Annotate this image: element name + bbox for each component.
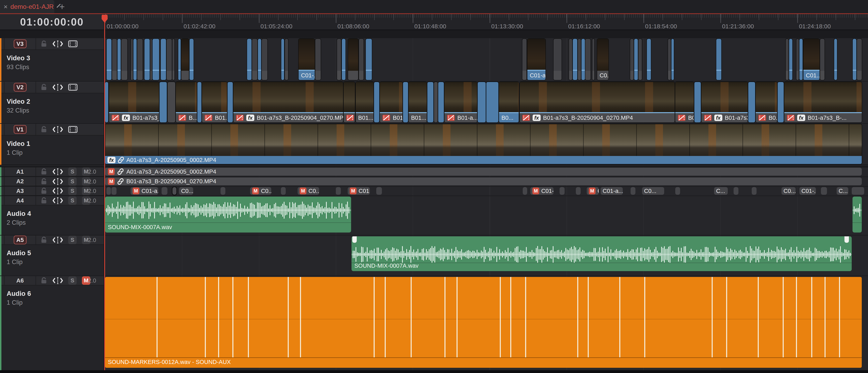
- timeline-clip-a3[interactable]: [630, 187, 636, 195]
- timeline-clip-v3[interactable]: [150, 39, 152, 80]
- timeline-clip-a6[interactable]: SOUND-MARKERS-0012A.wav - SOUND-AUX: [105, 277, 862, 368]
- timeline-clip-a3[interactable]: [560, 187, 565, 195]
- track-destination-button[interactable]: V3: [14, 39, 27, 48]
- lock-icon[interactable]: [40, 236, 47, 244]
- timeline-clip-v2[interactable]: B01-a...: [380, 82, 402, 123]
- timeline-clip-v3[interactable]: [262, 39, 268, 80]
- timeline-clip-v2[interactable]: [167, 82, 175, 123]
- solo-button[interactable]: S: [68, 177, 77, 186]
- timeline-clip-v3[interactable]: [145, 39, 150, 80]
- timeline-clip-v2[interactable]: [105, 82, 108, 123]
- track-name[interactable]: Audio 4: [7, 210, 31, 217]
- timeline-ruler[interactable]: 01:00:00:0001:02:42:0001:05:24:0001:08:0…: [104, 14, 868, 30]
- timeline-clip-v3[interactable]: [252, 39, 257, 80]
- timeline-clip-v2[interactable]: [197, 82, 202, 123]
- track-lane-v1[interactable]: fxA01-a7s3_A-20250905_0002.MP4: [104, 124, 868, 165]
- timeline-clip-a3[interactable]: C01-...: [799, 187, 816, 195]
- timeline-clip-v2[interactable]: [694, 82, 701, 123]
- track-label[interactable]: A6: [16, 277, 24, 284]
- timeline-clip-a4[interactable]: [852, 197, 862, 233]
- track-header-a2[interactable]: A2SM2.0: [0, 177, 104, 186]
- track-label[interactable]: A1: [16, 168, 24, 175]
- auto-select-icon[interactable]: [53, 187, 63, 195]
- auto-select-icon[interactable]: [53, 40, 63, 48]
- timeline-clip-a3[interactable]: C...: [837, 187, 848, 195]
- timeline-clip-v3[interactable]: [634, 39, 638, 80]
- filmstrip-icon[interactable]: [68, 40, 78, 47]
- timeline-clip-v2[interactable]: [374, 82, 379, 123]
- track-name[interactable]: Video 2: [7, 98, 30, 105]
- timeline-clip-v3[interactable]: [522, 39, 527, 80]
- lock-icon[interactable]: [40, 40, 47, 47]
- auto-select-icon[interactable]: [53, 236, 63, 244]
- timeline-clip-v3[interactable]: C0...: [597, 39, 609, 80]
- timeline-clip-v3[interactable]: [281, 39, 284, 80]
- track-lane-a3[interactable]: MC01-a...C0...MC0...MC0...MC01...MC01-..…: [104, 187, 868, 196]
- timeline-clip-v3[interactable]: C01-a...: [527, 39, 546, 80]
- timeline-clip-a3[interactable]: [821, 187, 827, 195]
- timeline-clip-a4[interactable]: SOUND-MIX-0007A.wav: [105, 197, 351, 233]
- track-name[interactable]: Audio 5: [7, 249, 31, 257]
- timeline-clip-v3[interactable]: [668, 39, 671, 80]
- timeline-tab-title[interactable]: demo-e01-AJR: [10, 3, 54, 10]
- timeline-clip-v3[interactable]: [569, 39, 572, 80]
- timeline-clip-a3[interactable]: [376, 187, 382, 195]
- timeline-clip-v3[interactable]: [573, 39, 577, 80]
- track-name[interactable]: Video 3: [7, 54, 30, 62]
- timeline-clip-v3[interactable]: [820, 39, 825, 80]
- track-label[interactable]: A3: [16, 188, 24, 194]
- timeline-clip-v2[interactable]: B01...: [202, 82, 227, 123]
- timeline-clip-v3[interactable]: [247, 39, 251, 80]
- timeline-clip-v2[interactable]: fxB01-a7s3_B-...: [784, 82, 862, 123]
- timeline-clip-a3[interactable]: [752, 187, 756, 195]
- auto-select-icon[interactable]: [53, 276, 63, 284]
- timeline-clip-v3[interactable]: [630, 39, 633, 80]
- track-header-a3[interactable]: A3SM2.0: [0, 187, 104, 196]
- track-header-a6[interactable]: A6SM2.0Audio 61 Clip: [0, 276, 104, 370]
- timeline-clip-v2[interactable]: [403, 82, 408, 123]
- timeline-clip-a3[interactable]: [281, 187, 286, 195]
- timeline-clip-v2[interactable]: fxB01-a7s3...: [702, 82, 748, 123]
- track-header-v1[interactable]: V1Video 11 Clip: [0, 124, 104, 165]
- timeline-clip-v1[interactable]: fxA01-a7s3_A-20250905_0002.MP4: [105, 124, 862, 164]
- timeline-clip-v2[interactable]: [778, 82, 784, 123]
- timeline-clip-v3[interactable]: [789, 39, 792, 80]
- track-destination-button[interactable]: A5: [14, 236, 27, 244]
- track-header-v3[interactable]: V3Video 393 Clips: [0, 38, 104, 81]
- timeline-clip-a3[interactable]: [173, 187, 177, 195]
- video-audio-divider[interactable]: [0, 165, 868, 167]
- timeline-clip-v2[interactable]: B...: [176, 82, 197, 123]
- track-header-a4[interactable]: A4SM2.0Audio 42 Clips: [0, 196, 104, 235]
- timeline-clip-v2[interactable]: B01...: [356, 82, 373, 123]
- timeline-clip-a1[interactable]: MA01-a7s3_A-20250905_0002.MP4: [105, 168, 862, 176]
- timeline-clip-a3[interactable]: C01-a...: [600, 187, 623, 195]
- lock-icon[interactable]: [40, 126, 47, 133]
- timeline-clip-a3[interactable]: [106, 187, 111, 195]
- timeline-clip-v3[interactable]: [153, 39, 159, 80]
- track-lane-a6[interactable]: SOUND-MARKERS-0012A.wav - SOUND-AUX: [104, 276, 868, 370]
- timeline-clip-v3[interactable]: C01...: [803, 39, 819, 80]
- timeline-clip-v3[interactable]: [834, 39, 837, 80]
- lock-icon[interactable]: [40, 178, 47, 185]
- timeline-clip-v3[interactable]: [133, 39, 136, 80]
- timeline-clip-v2[interactable]: [227, 82, 233, 123]
- timeline-clip-a3[interactable]: [675, 187, 680, 195]
- timeline-clip-v3[interactable]: [258, 39, 261, 80]
- track-lane-a4[interactable]: SOUND-MIX-0007A.wav: [104, 196, 868, 235]
- timeline-clip-a5[interactable]: SOUND-MIX-0007A.wav: [351, 236, 852, 271]
- timeline-clip-v2[interactable]: [434, 82, 438, 123]
- timeline-clip-a3[interactable]: [576, 187, 581, 195]
- timeline-clip-a3[interactable]: [523, 187, 527, 195]
- auto-select-icon[interactable]: [53, 168, 63, 176]
- timeline-clip-a3[interactable]: [112, 187, 117, 195]
- timeline-clip-a3[interactable]: C...: [714, 187, 728, 195]
- track-label[interactable]: A4: [16, 197, 24, 204]
- timeline-clip-a3[interactable]: C0...: [781, 187, 796, 195]
- timeline-clip-v2[interactable]: B0...: [499, 82, 519, 123]
- timeline-clip-v3[interactable]: [578, 39, 581, 80]
- track-name[interactable]: Audio 6: [7, 290, 31, 298]
- timeline-clip-v2[interactable]: [748, 82, 755, 123]
- timeline-clip-v3[interactable]: [554, 39, 562, 80]
- timeline-clip-v3[interactable]: [178, 39, 181, 80]
- timeline-clip-v3[interactable]: [592, 39, 594, 80]
